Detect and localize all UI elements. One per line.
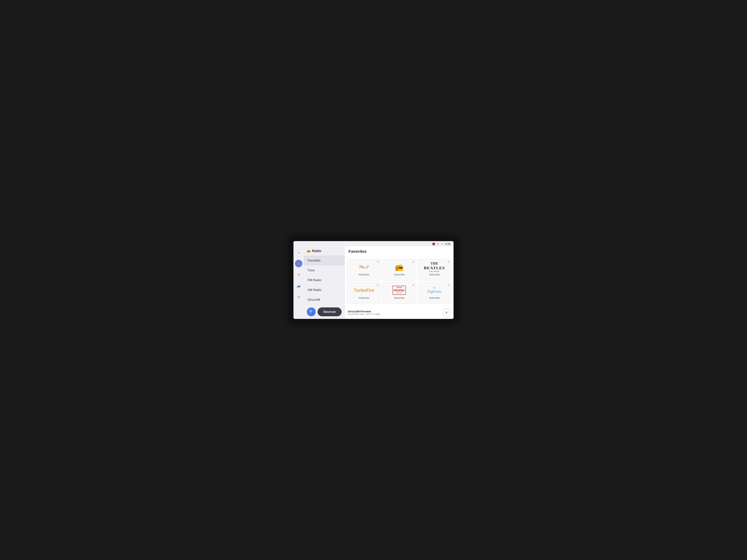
favorites-grid: ⊕ 70on7 Subscribe ⊕ 📻 [345,257,454,306]
subscribe-label-radio: Subscribe [394,273,405,276]
phone-icon-btn[interactable]: ✆ [295,271,302,278]
status-bar: 📵 ⊘ ✦ 1:31 [293,241,454,246]
logo-highway-container: the highway [419,286,449,295]
now-playing-subtitle: Great Offer Now! · 844-711-8800 [348,313,440,316]
logo-radio: 📻 [384,262,414,272]
nav-items: Favorites Tune FM Radio › AM Radio › Sir [304,256,344,305]
wifi-off-icon: 📵 [432,242,435,245]
nav-item-favorites[interactable]: Favorites [304,256,344,266]
add-icon-highway: ⊕ [447,284,449,287]
now-playing-info: SiriusXM Preview Great Offer Now! · 844-… [348,310,440,316]
logo-beatles-container: THE BEATLES CHANNEL [419,262,449,272]
fav-card-highway[interactable]: ⊕ the highway Subscribe [418,282,451,304]
pause-icon: ⏸ [445,311,448,314]
siriusxm-chevron: › [340,298,341,301]
section-title: Favorites [349,249,367,254]
logo-turbo-container: TurboFire [349,286,379,295]
fav-card-rewind[interactable]: ⊕ Classic REWIND SiriusXM Subscribe [382,282,416,304]
nav-item-tune-label: Tune [308,268,315,272]
search-button[interactable]: 🔍 [307,308,316,316]
now-playing-bar: SiriusXM Preview Great Offer Now! · 844-… [345,306,454,319]
settings-icon-btn[interactable]: ⚙ [295,293,302,300]
nav-bottom: 🔍 Sources [304,305,344,319]
content-header: Favorites [345,246,454,257]
now-playing-title: SiriusXM Preview [348,310,440,313]
nav-header-title: Radio [312,249,321,253]
subscribe-label-beatles: Subscribe [429,273,440,276]
add-icon-turbo: ⊕ [377,284,379,287]
nav-panel: 📻 Radio Favorites Tune FM Radio › [304,246,344,319]
car-icon-btn[interactable]: 🚙 [295,282,302,289]
nav-item-favorites-label: Favorites [308,259,320,262]
nav-item-siriusxm[interactable]: SiriusXM › [304,295,344,305]
cast-off-icon: ⊘ [437,242,439,245]
radio-header-icon: 📻 [307,249,310,253]
screen-bezel: 📵 ⊘ ✦ 1:31 ◂ ♪ ✆ 🚙 ⚙ 📻 Radio [290,238,457,322]
radio-station-icon: 📻 [395,263,404,271]
nav-item-fm-radio-label: FM Radio [308,278,321,282]
pause-button[interactable]: ⏸ [442,309,450,317]
add-icon-rewind: ⊕ [412,284,414,287]
logo-70on7: 70on7 [349,262,379,272]
subscribe-label-rewind: Subscribe [394,296,405,300]
screen: 📵 ⊘ ✦ 1:31 ◂ ♪ ✆ 🚙 ⚙ 📻 Radio [293,241,454,319]
nav-item-am-radio-label: AM Radio [308,288,321,292]
main-area: ◂ ♪ ✆ 🚙 ⚙ 📻 Radio Favorites Tune [293,246,454,319]
navigation-icon-btn[interactable]: ◂ [295,249,302,256]
bluetooth-icon: ✦ [441,242,443,245]
fm-radio-chevron: › [340,279,341,282]
subscribe-label-turbo: Subscribe [359,296,369,300]
nav-item-tune[interactable]: Tune [304,266,344,275]
subscribe-label-highway: Subscribe [429,296,440,300]
sources-label: Sources [323,310,336,314]
search-icon: 🔍 [309,310,314,314]
nav-header: 📻 Radio [304,246,344,256]
logo-rewind-container: Classic REWIND SiriusXM [384,286,414,295]
add-icon-70on7: ⊕ [377,260,379,263]
sources-button[interactable]: Sources [317,308,342,316]
music-icon-btn[interactable]: ♪ [295,260,302,267]
fav-card-radio[interactable]: ⊕ 📻 Subscribe [382,259,416,281]
am-radio-chevron: › [340,289,341,292]
fav-card-70on7[interactable]: ⊕ 70on7 Subscribe [347,259,381,281]
add-icon-beatles: ⊕ [447,260,449,263]
fav-card-beatles[interactable]: ⊕ THE BEATLES CHANNEL Subscribe [418,259,451,281]
fav-card-turbo[interactable]: ⊕ TurboFire Subscribe [347,282,381,304]
add-icon-radio: ⊕ [412,260,414,263]
nav-item-fm-radio[interactable]: FM Radio › [304,275,344,285]
sidebar-icons: ◂ ♪ ✆ 🚙 ⚙ [293,246,304,319]
content-panel: Favorites ⊕ 70on7 Subscribe [344,246,454,319]
nav-item-am-radio[interactable]: AM Radio › [304,285,344,295]
nav-item-siriusxm-label: SiriusXM [308,298,320,302]
subscribe-label-70on7: Subscribe [359,273,369,276]
status-time: 1:31 [445,242,450,245]
